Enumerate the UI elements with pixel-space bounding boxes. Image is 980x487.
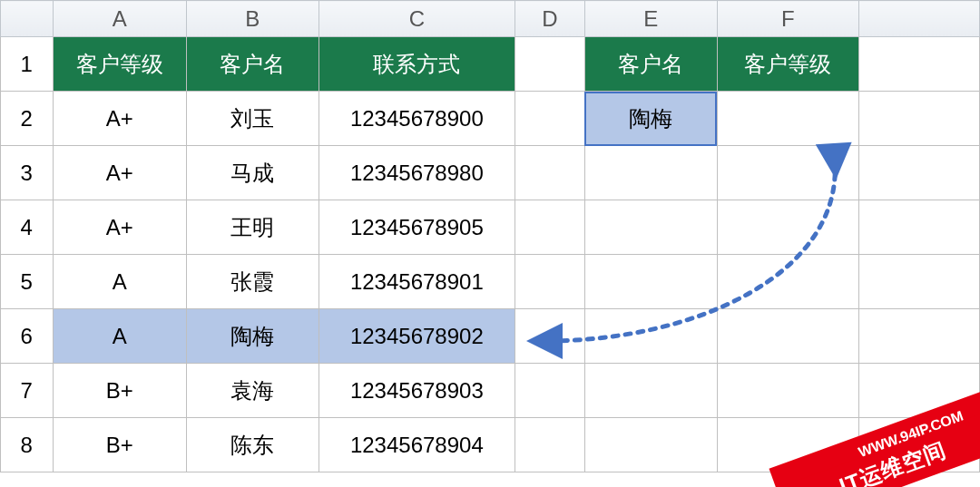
cell-A3[interactable]: A+ <box>53 146 186 200</box>
cell-C4[interactable]: 12345678905 <box>318 200 514 255</box>
cell-D8[interactable] <box>514 418 584 472</box>
cell-B6[interactable]: 陶梅 <box>186 309 318 364</box>
cell-A4[interactable]: A+ <box>53 200 186 255</box>
cell-D7[interactable] <box>514 364 584 418</box>
cell-F7[interactable] <box>717 364 859 418</box>
cell-C6[interactable]: 12345678902 <box>318 309 514 364</box>
cell-F3[interactable] <box>717 146 859 200</box>
cell-B2[interactable]: 刘玉 <box>186 92 318 146</box>
cell-A2[interactable]: A+ <box>53 92 186 146</box>
cell-G1[interactable] <box>859 37 980 92</box>
row-1: 1 客户等级 客户名 联系方式 客户名 客户等级 <box>1 37 980 92</box>
row-6: 6 A 陶梅 12345678902 <box>1 309 980 364</box>
cell-E2[interactable]: 陶梅 <box>584 92 717 146</box>
cell-E1[interactable]: 客户名 <box>584 37 717 92</box>
row-header-1[interactable]: 1 <box>1 37 54 92</box>
column-header-row: A B C D E F <box>1 1 980 37</box>
cell-B4[interactable]: 王明 <box>186 200 318 255</box>
cell-D5[interactable] <box>514 255 584 309</box>
cell-A5[interactable]: A <box>53 255 186 309</box>
cell-F5[interactable] <box>717 255 859 309</box>
cell-B3[interactable]: 马成 <box>186 146 318 200</box>
cell-D6[interactable] <box>514 309 584 364</box>
cell-B7[interactable]: 袁海 <box>186 364 318 418</box>
cell-E8[interactable] <box>584 418 717 472</box>
row-header-6[interactable]: 6 <box>1 309 54 364</box>
cell-B8[interactable]: 陈东 <box>186 418 318 472</box>
cell-G7[interactable] <box>859 364 980 418</box>
row-header-5[interactable]: 5 <box>1 255 54 309</box>
row-header-2[interactable]: 2 <box>1 92 54 146</box>
cell-E5[interactable] <box>584 255 717 309</box>
cell-C5[interactable]: 12345678901 <box>318 255 514 309</box>
cell-A8[interactable]: B+ <box>53 418 186 472</box>
row-5: 5 A 张霞 12345678901 <box>1 255 980 309</box>
col-header-D[interactable]: D <box>514 1 584 37</box>
cell-A7[interactable]: B+ <box>53 364 186 418</box>
spreadsheet-grid[interactable]: A B C D E F 1 客户等级 客户名 联系方式 客户名 客户等级 2 A… <box>0 0 980 472</box>
cell-G5[interactable] <box>859 255 980 309</box>
cell-G2[interactable] <box>859 92 980 146</box>
cell-G3[interactable] <box>859 146 980 200</box>
row-header-4[interactable]: 4 <box>1 200 54 255</box>
cell-D3[interactable] <box>514 146 584 200</box>
row-4: 4 A+ 王明 12345678905 <box>1 200 980 255</box>
col-header-E[interactable]: E <box>584 1 717 37</box>
cell-A6[interactable]: A <box>53 309 186 364</box>
row-8: 8 B+ 陈东 12345678904 <box>1 418 980 472</box>
cell-E4[interactable] <box>584 200 717 255</box>
row-header-7[interactable]: 7 <box>1 364 54 418</box>
cell-F2[interactable] <box>717 92 859 146</box>
col-header-A[interactable]: A <box>53 1 186 37</box>
cell-D2[interactable] <box>514 92 584 146</box>
col-header-B[interactable]: B <box>186 1 318 37</box>
cell-C2[interactable]: 12345678900 <box>318 92 514 146</box>
col-header-C[interactable]: C <box>318 1 514 37</box>
row-header-8[interactable]: 8 <box>1 418 54 472</box>
cell-C3[interactable]: 12345678980 <box>318 146 514 200</box>
cell-A1[interactable]: 客户等级 <box>53 37 186 92</box>
cell-F8[interactable] <box>717 418 859 472</box>
col-header-G[interactable] <box>859 1 980 37</box>
cell-E3[interactable] <box>584 146 717 200</box>
cell-D1[interactable] <box>514 37 584 92</box>
row-header-3[interactable]: 3 <box>1 146 54 200</box>
row-3: 3 A+ 马成 12345678980 <box>1 146 980 200</box>
cell-B1[interactable]: 客户名 <box>186 37 318 92</box>
cell-C1[interactable]: 联系方式 <box>318 37 514 92</box>
row-2: 2 A+ 刘玉 12345678900 陶梅 <box>1 92 980 146</box>
cell-C8[interactable]: 12345678904 <box>318 418 514 472</box>
cell-E6[interactable] <box>584 309 717 364</box>
select-all-corner[interactable] <box>1 1 54 37</box>
cell-F6[interactable] <box>717 309 859 364</box>
cell-C7[interactable]: 12345678903 <box>318 364 514 418</box>
cell-E7[interactable] <box>584 364 717 418</box>
cell-F1[interactable]: 客户等级 <box>717 37 859 92</box>
cell-F4[interactable] <box>717 200 859 255</box>
cell-G8[interactable] <box>859 418 980 472</box>
cell-G4[interactable] <box>859 200 980 255</box>
col-header-F[interactable]: F <box>717 1 859 37</box>
cell-D4[interactable] <box>514 200 584 255</box>
row-7: 7 B+ 袁海 12345678903 <box>1 364 980 418</box>
cell-B5[interactable]: 张霞 <box>186 255 318 309</box>
cell-G6[interactable] <box>859 309 980 364</box>
